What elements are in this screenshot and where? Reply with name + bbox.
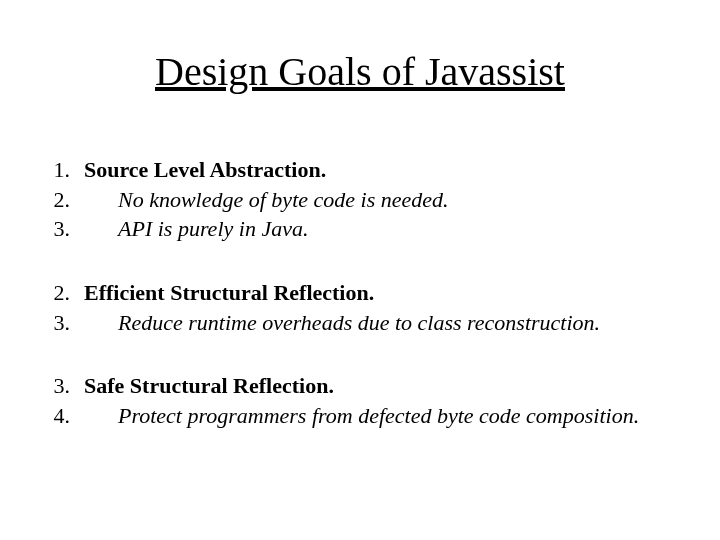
goal-1-sub-1: 2. No knowledge of byte code is needed. xyxy=(36,185,684,215)
slide: Design Goals of Javassist 1. Source Leve… xyxy=(0,0,720,540)
goal-1-sub-2-number: 3. xyxy=(36,214,84,244)
goal-3-number: 3. xyxy=(36,371,84,401)
goal-2-number: 2. xyxy=(36,278,84,308)
goal-3-sub-1-text: Protect programmers from defected byte c… xyxy=(84,401,639,431)
goal-1-sub-2: 3. API is purely in Java. xyxy=(36,214,684,244)
slide-title: Design Goals of Javassist xyxy=(36,48,684,95)
goal-2-sub-1: 3. Reduce runtime overheads due to class… xyxy=(36,308,684,338)
goal-2: 2. Efficient Structural Reflection. 3. R… xyxy=(36,278,684,337)
goal-3-sub-1: 4. Protect programmers from defected byt… xyxy=(36,401,684,431)
goal-1-sub-1-number: 2. xyxy=(36,185,84,215)
goal-1-sub-1-text: No knowledge of byte code is needed. xyxy=(84,185,449,215)
goal-1-heading: Source Level Abstraction. xyxy=(84,155,326,185)
goal-1: 1. Source Level Abstraction. 2. No knowl… xyxy=(36,155,684,244)
goal-3-heading-row: 3. Safe Structural Reflection. xyxy=(36,371,684,401)
goal-2-sub-1-text: Reduce runtime overheads due to class re… xyxy=(84,308,600,338)
goal-3-heading: Safe Structural Reflection. xyxy=(84,371,334,401)
goal-2-sub-1-number: 3. xyxy=(36,308,84,338)
goal-2-heading-row: 2. Efficient Structural Reflection. xyxy=(36,278,684,308)
goal-2-heading: Efficient Structural Reflection. xyxy=(84,278,374,308)
goal-3-sub-1-number: 4. xyxy=(36,401,84,431)
goal-1-number: 1. xyxy=(36,155,84,185)
goal-1-sub-2-text: API is purely in Java. xyxy=(84,214,308,244)
goal-1-heading-row: 1. Source Level Abstraction. xyxy=(36,155,684,185)
goal-3: 3. Safe Structural Reflection. 4. Protec… xyxy=(36,371,684,430)
